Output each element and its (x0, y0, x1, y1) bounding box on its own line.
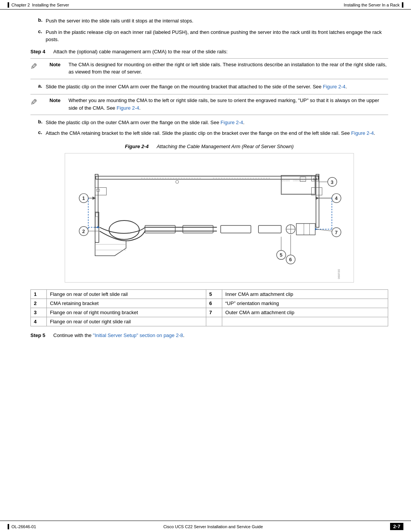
item-num2: 7 (206, 308, 222, 317)
item-num2 (206, 317, 222, 326)
figure-number: Figure 2-4 (125, 144, 148, 149)
item-label2: Outer CMA arm attachment clip (222, 308, 388, 317)
item-label: CMA retaining bracket (47, 299, 206, 308)
svg-text:□□□□□□: □□□□□□ (293, 179, 306, 182)
note-2-container: ✎ Note Whether you are mounting the CMA … (30, 94, 388, 112)
footer-left-bar (8, 524, 9, 529)
footer-guide-title: Cisco UCS C22 Server Installation and Se… (163, 524, 263, 529)
svg-text:2: 2 (82, 228, 85, 234)
page-footer: OL-26646-01 Cisco UCS C22 Server Install… (0, 521, 411, 532)
footer-doc-num: OL-26646-01 (11, 524, 36, 529)
item-num: 4 (31, 317, 47, 326)
table-row: 1Flange on rear of outer left slide rail… (31, 290, 388, 299)
step-5-link[interactable]: "Initial Server Setup" section on page 2… (93, 332, 183, 338)
step-c-text: Push in the plastic release clip on each… (46, 29, 388, 43)
step-b-text: Push the server into the slide rails unt… (46, 17, 388, 25)
svg-text:331690: 331690 (337, 269, 341, 279)
figure-diagram: 331690 (65, 153, 354, 283)
item-num: 3 (31, 308, 47, 317)
step-a-text: Slide the plastic clip on the inner CMA … (46, 84, 323, 89)
diagram-svg: 331690 (65, 153, 354, 282)
step-b2-item: b. Slide the plastic clip on the outer C… (38, 119, 388, 126)
table-row: 3Flange on rear of right mounting bracke… (31, 308, 388, 317)
note-2-label: Note (49, 97, 68, 112)
note-1-text: The CMA is designed for mounting on eith… (68, 61, 388, 76)
pencil-icon: ✎ (30, 62, 37, 72)
header-right-title: Installing the Server In a Rack (344, 3, 400, 7)
figure-section: Figure 2-4 Attaching the Cable Managemen… (30, 144, 388, 283)
item-label2: “UP” orientation marking (222, 299, 388, 308)
note-2-text: Whether you are mounting the CMA to the … (68, 97, 388, 112)
header-right-bar (402, 2, 403, 8)
step-4-text: Attach the (optional) cable management a… (53, 49, 388, 54)
step-b2-label: b. (38, 119, 46, 126)
step-c2-link[interactable]: Figure 2-4 (351, 130, 374, 136)
table-row: 4Flange on rear of outer right slide rai… (31, 317, 388, 326)
chapter-label: Chapter 2 (11, 3, 30, 7)
svg-text:3: 3 (331, 179, 333, 185)
step-a-item: a. Slide the plastic clip on the inner C… (38, 83, 388, 91)
svg-text:LJ: LJ (313, 177, 317, 181)
step-5-content: Continue with the "Initial Server Setup"… (53, 332, 388, 338)
step-b-label: b. (38, 17, 46, 25)
item-num: 1 (31, 290, 47, 299)
footer-left: OL-26646-01 (8, 524, 36, 529)
step-a-link[interactable]: Figure 2-4 (323, 84, 345, 89)
item-label: Flange on rear of outer left slide rail (47, 290, 206, 299)
header-right: Installing the Server In a Rack (344, 2, 403, 8)
step-a-content: Slide the plastic clip on the inner CMA … (46, 83, 388, 91)
svg-text:7: 7 (335, 230, 338, 235)
step-b2-link[interactable]: Figure 2-4 (221, 120, 243, 125)
header-left-bar (8, 2, 9, 8)
note-2-divider (30, 115, 388, 115)
step-4-label: Step 4 (30, 49, 53, 54)
note-1-container: ✎ Note The CMA is designed for mounting … (30, 58, 388, 76)
step-c2-label: c. (38, 129, 46, 137)
items-table: 1Flange on rear of outer left slide rail… (30, 289, 388, 326)
step-c-item: c. Push in the plastic release clip on e… (38, 29, 388, 43)
svg-text:6: 6 (289, 257, 292, 262)
chapter-title: Installing the Server (32, 3, 69, 7)
item-label2: Inner CMA arm attachment clip (222, 290, 388, 299)
svg-rect-0 (65, 153, 353, 282)
pencil-icon-2: ✎ (30, 97, 37, 107)
page-header: Chapter 2 Installing the Server Installi… (0, 0, 411, 10)
step-b-item: b. Push the server into the slide rails … (38, 17, 388, 25)
step-c2-item: c. Attach the CMA retaining bracket to t… (38, 129, 388, 137)
svg-text:4: 4 (335, 195, 338, 201)
footer-page-num: 2-7 (390, 523, 403, 530)
item-num2: 5 (206, 290, 222, 299)
svg-text:1: 1 (82, 195, 85, 201)
note-1-divider (30, 79, 388, 79)
header-left: Chapter 2 Installing the Server (8, 2, 69, 8)
table-row: 2CMA retaining bracket6“UP” orientation … (31, 299, 388, 308)
step-5-label: Step 5 (30, 332, 53, 338)
step-4-row: Step 4 Attach the (optional) cable manag… (30, 49, 388, 54)
footer-center: Cisco UCS C22 Server Installation and Se… (163, 524, 263, 529)
step-b2-content: Slide the plastic clip on the outer CMA … (46, 119, 388, 126)
note-2-link[interactable]: Figure 2-4 (116, 105, 139, 111)
figure-title: Attaching the Cable Management Arm (Rear… (157, 144, 294, 149)
item-num2: 6 (206, 299, 222, 308)
step-c-label: c. (38, 29, 46, 43)
item-label: Flange on rear of outer right slide rail (47, 317, 206, 326)
step-c2-content: Attach the CMA retaining bracket to the … (46, 129, 388, 137)
note-2-icon-col: ✎ (30, 97, 49, 112)
step-a-label: a. (38, 83, 46, 91)
note-1-icon-col: ✎ (30, 61, 49, 76)
item-label2 (222, 317, 388, 326)
item-label: Flange on rear of right mounting bracket (47, 308, 206, 317)
item-num: 2 (31, 299, 47, 308)
figure-title-spacer (150, 144, 155, 149)
note-1-label: Note (49, 61, 68, 76)
svg-text:5: 5 (280, 252, 282, 258)
figure-caption: Figure 2-4 Attaching the Cable Managemen… (30, 144, 388, 149)
svg-text:□□□□: □□□□ (282, 179, 290, 182)
main-content: b. Push the server into the slide rails … (0, 10, 411, 350)
step-5-row: Step 5 Continue with the "Initial Server… (30, 332, 388, 338)
